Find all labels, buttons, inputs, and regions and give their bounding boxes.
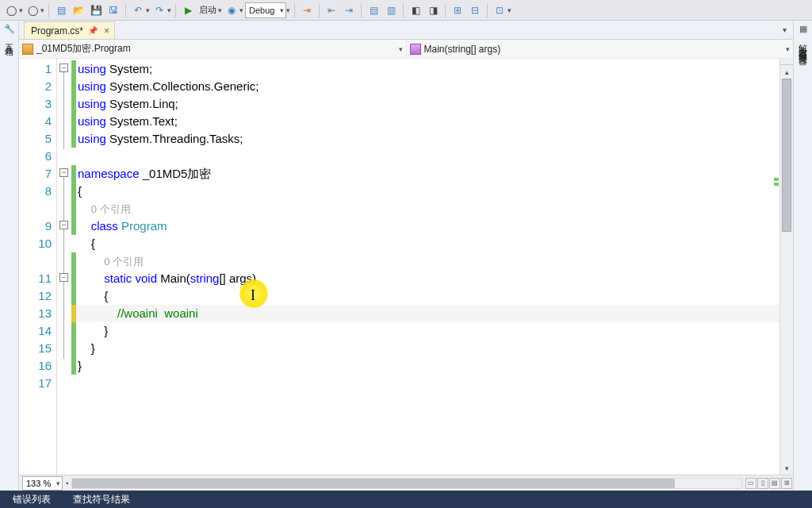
solution-explorer-panel[interactable]: ▦ 解决方案资源管理器: [793, 21, 812, 491]
vertical-scrollbar[interactable]: ▴ ▾: [779, 59, 793, 475]
line-gutter: 123 456 78 910 111213 141516 17: [19, 59, 57, 475]
text-cursor: I: [251, 287, 255, 304]
misc1-icon[interactable]: ⊞: [450, 2, 465, 18]
new-project-icon[interactable]: ▤: [53, 2, 69, 18]
scroll-down-icon[interactable]: ▾: [780, 461, 793, 475]
code-editor[interactable]: 123 456 78 910 111213 141516 17 − − − −: [19, 59, 793, 475]
toolbox-panel[interactable]: 🔧 工具箱: [0, 21, 19, 491]
find-symbol-tab[interactable]: 查找符号结果: [68, 491, 135, 508]
fold-toggle[interactable]: −: [59, 221, 68, 229]
step-icon[interactable]: ⇥: [299, 2, 315, 18]
editor-footer: 133 % • ▭ ▯ ▤ ⊞: [19, 475, 793, 491]
fold-toggle[interactable]: −: [59, 168, 68, 177]
error-list-tab[interactable]: 错误列表: [8, 491, 56, 508]
start-label[interactable]: 启动: [197, 4, 218, 16]
scroll-thumb[interactable]: [782, 79, 791, 232]
code-area[interactable]: using System; using System.Collections.G…: [76, 59, 779, 475]
bookmark-next-icon[interactable]: ◨: [425, 2, 441, 18]
start-icon[interactable]: ▶: [180, 2, 196, 18]
splitter-icon[interactable]: [780, 59, 793, 65]
nav-back-icon[interactable]: ◯: [3, 2, 19, 18]
document-tab[interactable]: Program.cs* 📌 ×: [24, 21, 115, 39]
pin-icon[interactable]: 📌: [88, 26, 98, 35]
scroll-up-icon[interactable]: ▴: [780, 65, 793, 79]
horizontal-scrollbar[interactable]: [71, 478, 742, 489]
indent-more-icon[interactable]: ⇥: [341, 2, 357, 18]
undo-icon[interactable]: ↶: [130, 2, 146, 18]
document-tabbar: Program.cs* 📌 × ▾: [19, 21, 793, 40]
indent-less-icon[interactable]: ⇤: [324, 2, 339, 18]
status-bar: 错误列表 查找符号结果: [0, 491, 812, 508]
save-all-icon[interactable]: 🖫: [105, 2, 121, 18]
misc2-icon[interactable]: ⊟: [467, 2, 483, 18]
view-btn3[interactable]: ▤: [769, 478, 780, 489]
browser-icon[interactable]: ◉: [224, 2, 239, 18]
misc3-icon[interactable]: ⊡: [492, 2, 508, 18]
class-icon: [22, 44, 33, 55]
method-icon: [410, 44, 421, 55]
view-btn1[interactable]: ▭: [745, 478, 756, 489]
comment-icon[interactable]: ▤: [366, 2, 381, 18]
toolbox-label: 工具箱: [3, 37, 15, 42]
view-btn2[interactable]: ▯: [757, 478, 768, 489]
uncomment-icon[interactable]: ▥: [383, 2, 399, 18]
zoom-combo[interactable]: 133 %: [22, 476, 63, 491]
bookmark-icon[interactable]: ◧: [408, 2, 423, 18]
fold-toggle[interactable]: −: [59, 64, 68, 72]
zoom-sep-icon: •: [66, 479, 68, 487]
member-selector[interactable]: Main(string[] args): [407, 40, 794, 58]
nav-fwd-icon[interactable]: ◯: [25, 2, 40, 18]
save-icon[interactable]: 💾: [88, 2, 104, 18]
main-toolbar: ◯▾ ◯▾ ▤ 📂 💾 🖫 ↶▾ ↷▾ ▶ 启动▾ ◉▾ Debug ▾ ⇥ ⇤…: [0, 0, 812, 21]
tab-overflow-icon[interactable]: ▾: [779, 24, 790, 35]
code-nav-bar: _01MD5加密.Program Main(string[] args): [19, 40, 793, 59]
tab-title: Program.cs*: [31, 25, 83, 37]
config-combo[interactable]: Debug: [245, 2, 286, 18]
open-icon[interactable]: 📂: [71, 2, 86, 18]
fold-column[interactable]: − − − −: [57, 59, 71, 475]
view-btn4[interactable]: ⊞: [781, 478, 792, 489]
close-icon[interactable]: ×: [104, 25, 109, 37]
redo-icon[interactable]: ↷: [151, 2, 167, 18]
solution-label: 解决方案资源管理器: [797, 37, 809, 52]
class-selector[interactable]: _01MD5加密.Program: [19, 40, 407, 58]
solution-icon: ▦: [799, 24, 807, 34]
fold-toggle[interactable]: −: [59, 273, 68, 282]
toolbox-icon: 🔧: [4, 24, 15, 34]
